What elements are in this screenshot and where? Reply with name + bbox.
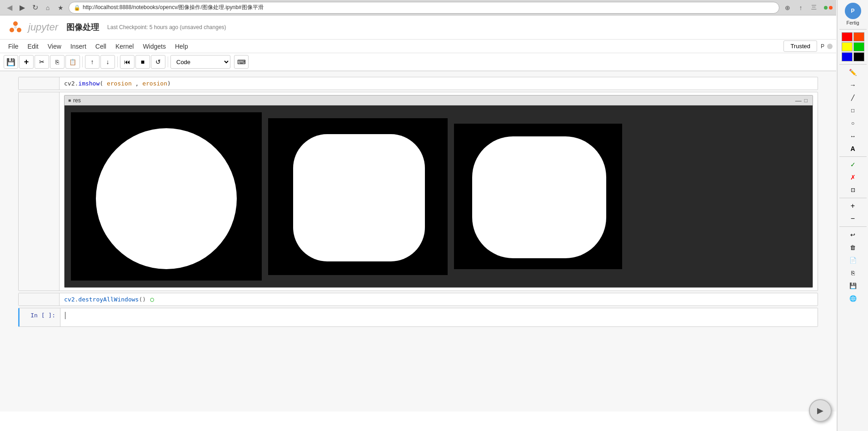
svg-point-2: [17, 28, 21, 32]
cv-maximize-button[interactable]: □: [803, 97, 809, 104]
tool-arrow[interactable]: →: [846, 79, 860, 91]
image-3-svg: [454, 124, 622, 269]
keyboard-shortcut-button[interactable]: ⌨: [234, 55, 249, 69]
cv-canvas: [65, 105, 813, 287]
image-1-panel: [71, 112, 262, 281]
svg-rect-9: [472, 136, 606, 258]
nav-home-button[interactable]: ⌂: [42, 2, 54, 14]
tool-check[interactable]: ✓: [846, 159, 860, 170]
cell-type-select[interactable]: Code Markdown Raw NBConvert: [170, 55, 230, 69]
tool-resize[interactable]: ↔: [846, 130, 860, 142]
url-text: http://localhost:8888/notebooks/opencv/图…: [83, 4, 264, 11]
cv-titlebar: ■ res — □: [65, 95, 813, 105]
cell-4-active: In [ ]:: [18, 308, 818, 327]
tool-trash[interactable]: 🗑: [846, 241, 860, 253]
save-button[interactable]: 💾: [4, 55, 18, 69]
address-bar-container[interactable]: 🔒 http://localhost:8888/notebooks/opencv…: [69, 2, 779, 14]
color-grid: [842, 32, 864, 61]
tool-minus[interactable]: −: [846, 213, 860, 225]
tool-undo[interactable]: ↩: [846, 229, 860, 241]
tool-ellipse[interactable]: ○: [846, 117, 860, 129]
cell-2: ■ res — □: [18, 92, 818, 291]
tool-text[interactable]: A: [846, 143, 860, 155]
svg-point-1: [10, 28, 14, 32]
tool-line[interactable]: ╱: [846, 92, 860, 104]
tool-delete[interactable]: ✗: [846, 171, 860, 183]
cut-button[interactable]: ✂: [35, 55, 49, 69]
cv-minimize-button[interactable]: —: [794, 97, 803, 104]
notebook-wrapper: ◀ ▶ ↻ ⌂ ★ 🔒 http://localhost:8888/notebo…: [0, 0, 836, 431]
stop-button[interactable]: ■: [135, 55, 150, 69]
browser-action-2[interactable]: ↑: [795, 2, 807, 14]
tool-select[interactable]: ⊡: [846, 184, 860, 196]
toolbar: 💾 + ✂ ⎘ 📋 ↑ ↓ ⏮ ■ ↺ Code Markdown Raw NB…: [0, 53, 836, 71]
cell-2-body[interactable]: ■ res — □: [60, 92, 818, 291]
rp-sep-2: [839, 64, 867, 65]
tool-save2[interactable]: 💾: [846, 280, 860, 291]
notebook-content: cv2.imshow( erosion , erosion) ■ res —: [0, 71, 836, 411]
cell-4-body[interactable]: [60, 308, 818, 326]
tool-pen[interactable]: ✏️: [846, 66, 860, 78]
add-cell-button[interactable]: +: [19, 55, 34, 69]
tb-sep-1: [82, 56, 83, 67]
rp-sep-4: [839, 198, 867, 198]
nav-forward-button[interactable]: ▶: [16, 2, 28, 14]
svg-rect-7: [293, 134, 425, 261]
menu-insert[interactable]: Insert: [66, 41, 91, 52]
move-down-button[interactable]: ↓: [100, 55, 115, 69]
color-red[interactable]: [842, 32, 853, 41]
image-3-panel: [454, 124, 622, 269]
cv-window: ■ res — □: [64, 95, 813, 288]
nav-bookmark-button[interactable]: ★: [55, 2, 66, 14]
checkpoint-info: Last Checkpoint: 5 hours ago (unsaved ch…: [107, 24, 226, 30]
fertig-section: P Fertig: [838, 3, 867, 25]
rp-sep-1: [839, 29, 867, 30]
tb-sep-3: [168, 56, 168, 67]
move-up-button[interactable]: ↑: [85, 55, 100, 69]
tool-copy2[interactable]: ⎘: [846, 267, 860, 279]
color-orange[interactable]: [853, 32, 864, 41]
cell-3-body[interactable]: cv2.destroyAllWindows() ◯: [60, 293, 818, 306]
cell-1-body[interactable]: cv2.imshow( erosion , erosion): [60, 77, 818, 90]
tool-rect[interactable]: □: [846, 105, 860, 116]
browser-nav-bar: ◀ ▶ ↻ ⌂ ★ 🔒 http://localhost:8888/notebo…: [0, 0, 836, 15]
paste-button[interactable]: 📋: [65, 55, 80, 69]
menu-file[interactable]: File: [4, 41, 23, 52]
cell-2-prompt: [19, 92, 60, 291]
browser-action-3[interactable]: 三: [808, 2, 820, 14]
menu-cell[interactable]: Cell: [91, 41, 111, 52]
tool-page[interactable]: 📄: [846, 254, 860, 266]
menu-edit[interactable]: Edit: [23, 41, 43, 52]
color-green[interactable]: [853, 42, 864, 51]
kernel-indicator: P: [821, 43, 824, 50]
menu-widgets[interactable]: Widgets: [138, 41, 170, 52]
fertig-label[interactable]: Fertig: [838, 20, 867, 25]
image-2-svg: [268, 118, 448, 275]
cell-1-prompt: [19, 77, 60, 90]
rp-sep-3: [839, 156, 867, 157]
browser-action-1[interactable]: ⊕: [782, 2, 793, 14]
color-black[interactable]: [853, 52, 864, 61]
right-panel: P Fertig ✏️ → ╱ □ ○ ↔ A ✓ ✗ ⊡ + − ↩: [837, 0, 868, 431]
browser-extra-icons: [824, 6, 833, 10]
jupyter-header: jupyter 图像处理 Last Checkpoint: 5 hours ag…: [0, 15, 836, 71]
cv-window-icon: ■: [68, 98, 71, 103]
tool-globe[interactable]: 🌐: [846, 292, 860, 304]
tool-plus[interactable]: +: [846, 200, 860, 212]
menu-kernel[interactable]: Kernel: [111, 41, 138, 52]
nav-reload-button[interactable]: ↻: [29, 2, 41, 14]
menu-help[interactable]: Help: [170, 41, 193, 52]
image-1-svg: [71, 112, 262, 281]
skip-button[interactable]: ⏮: [120, 55, 135, 69]
color-yellow[interactable]: [842, 42, 853, 51]
restart-button[interactable]: ↺: [151, 55, 165, 69]
color-blue[interactable]: [842, 52, 853, 61]
dot-1: [824, 6, 828, 10]
cell-3-prompt: [19, 293, 60, 306]
dot-2: [829, 6, 833, 10]
trusted-button[interactable]: Trusted: [783, 40, 817, 52]
menu-view[interactable]: View: [43, 41, 66, 52]
nav-back-button[interactable]: ◀: [4, 2, 15, 14]
copy-button[interactable]: ⎘: [50, 55, 65, 69]
notebook-name[interactable]: 图像处理: [66, 22, 99, 33]
